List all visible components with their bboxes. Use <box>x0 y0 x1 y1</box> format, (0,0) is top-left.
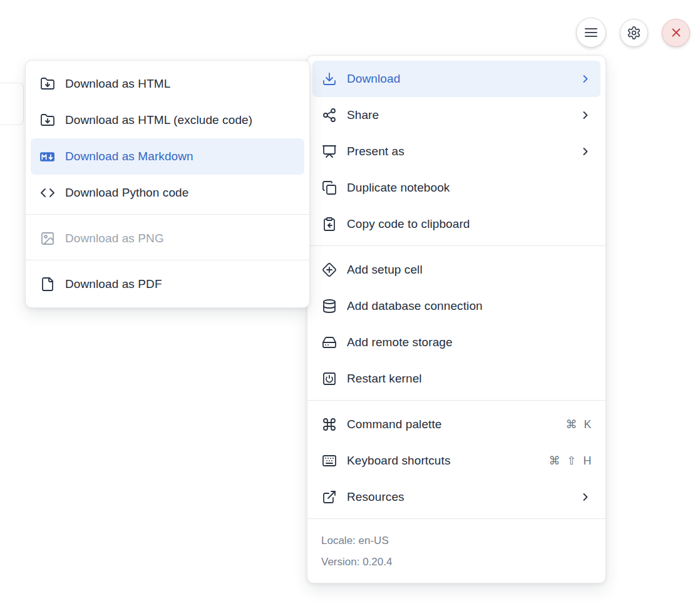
gear-icon <box>627 26 641 40</box>
menu-item-duplicate-notebook[interactable]: Duplicate notebook <box>312 170 600 206</box>
menu-item-label: Download Python code <box>65 186 296 200</box>
diamond-plus-icon <box>321 262 337 278</box>
menu-item-label: Download as PDF <box>65 277 296 291</box>
menu-footer: Locale: en-US Version: 0.20.4 <box>307 525 605 578</box>
menu-item-label: Present as <box>347 145 569 158</box>
chevron-right-icon <box>579 109 592 121</box>
menu-item-resources[interactable]: Resources <box>312 479 600 515</box>
notebook-actions-menu: Download Share Present as Duplicate note… <box>307 55 606 583</box>
close-icon <box>669 26 683 39</box>
download-submenu: Download as HTML Download as HTML (exclu… <box>25 60 310 308</box>
top-toolbar <box>576 18 690 48</box>
submenu-item-download-html-no-code[interactable]: Download as HTML (exclude code) <box>31 102 304 138</box>
menu-item-present-as[interactable]: Present as <box>312 133 600 170</box>
shortcut-badge: ⌘ ⇧ H <box>548 454 592 468</box>
chevron-right-icon <box>579 491 592 503</box>
share-icon <box>321 108 337 123</box>
version-text: Version: 0.20.4 <box>321 552 592 573</box>
hard-drive-icon <box>321 335 337 351</box>
download-icon <box>321 71 337 87</box>
image-icon <box>39 231 55 247</box>
presentation-icon <box>321 144 337 160</box>
menu-item-share[interactable]: Share <box>312 97 600 133</box>
menu-item-label: Duplicate notebook <box>347 181 592 195</box>
keyboard-icon <box>321 453 337 469</box>
menu-item-label: Copy code to clipboard <box>347 217 592 231</box>
menu-item-label: Download <box>347 72 569 86</box>
menu-item-add-remote-storage[interactable]: Add remote storage <box>312 324 600 361</box>
submenu-item-download-html[interactable]: Download as HTML <box>31 66 304 102</box>
menu-item-command-palette[interactable]: Command palette ⌘ K <box>312 406 600 443</box>
menu-item-download[interactable]: Download <box>312 61 600 97</box>
menu-separator <box>307 245 605 246</box>
submenu-item-download-python[interactable]: Download Python code <box>31 175 304 211</box>
menu-item-add-database-connection[interactable]: Add database connection <box>312 288 600 324</box>
menu-item-copy-code[interactable]: Copy code to clipboard <box>312 206 600 242</box>
menu-item-label: Download as Markdown <box>65 150 296 163</box>
folder-download-icon <box>39 76 55 92</box>
square-power-icon <box>321 371 337 387</box>
shutdown-button[interactable] <box>662 19 690 47</box>
menu-item-keyboard-shortcuts[interactable]: Keyboard shortcuts ⌘ ⇧ H <box>312 443 600 479</box>
folder-download-icon <box>39 113 55 128</box>
menu-separator <box>26 260 309 260</box>
menu-item-label: Keyboard shortcuts <box>347 454 538 468</box>
menu-item-label: Command palette <box>347 418 555 431</box>
menu-separator <box>26 214 309 215</box>
menu-item-label: Add setup cell <box>347 263 592 277</box>
chevron-right-icon <box>579 73 592 85</box>
background-cell-outline <box>0 83 24 125</box>
command-icon <box>321 417 337 433</box>
menu-item-label: Download as HTML <box>65 77 296 91</box>
menu-item-restart-kernel[interactable]: Restart kernel <box>312 361 600 397</box>
menu-item-label: Restart kernel <box>347 372 592 386</box>
menu-item-label: Add database connection <box>347 299 592 313</box>
copy-icon <box>321 180 337 196</box>
menu-item-label: Share <box>347 108 569 122</box>
hamburger-icon <box>584 25 599 40</box>
clipboard-copy-icon <box>321 217 337 232</box>
menu-item-label: Download as HTML (exclude code) <box>65 113 296 127</box>
shortcut-badge: ⌘ K <box>565 418 592 431</box>
menu-item-label: Add remote storage <box>347 336 592 349</box>
menu-separator <box>307 518 605 519</box>
markdown-icon <box>39 149 55 165</box>
notebook-menu-button[interactable] <box>576 18 606 48</box>
submenu-item-download-png[interactable]: Download as PNG <box>31 220 304 257</box>
chevron-right-icon <box>579 145 592 158</box>
code-icon <box>39 185 55 201</box>
menu-item-add-setup-cell[interactable]: Add setup cell <box>312 252 600 288</box>
submenu-item-download-markdown[interactable]: Download as Markdown <box>31 138 304 175</box>
file-icon <box>39 277 55 292</box>
menu-item-label: Download as PNG <box>65 232 296 245</box>
menu-separator <box>307 400 605 401</box>
locale-text: Locale: en-US <box>321 530 592 552</box>
submenu-item-download-pdf[interactable]: Download as PDF <box>31 266 304 302</box>
database-icon <box>321 299 337 314</box>
settings-button[interactable] <box>620 19 648 47</box>
menu-item-label: Resources <box>347 490 569 504</box>
external-link-icon <box>321 490 337 505</box>
